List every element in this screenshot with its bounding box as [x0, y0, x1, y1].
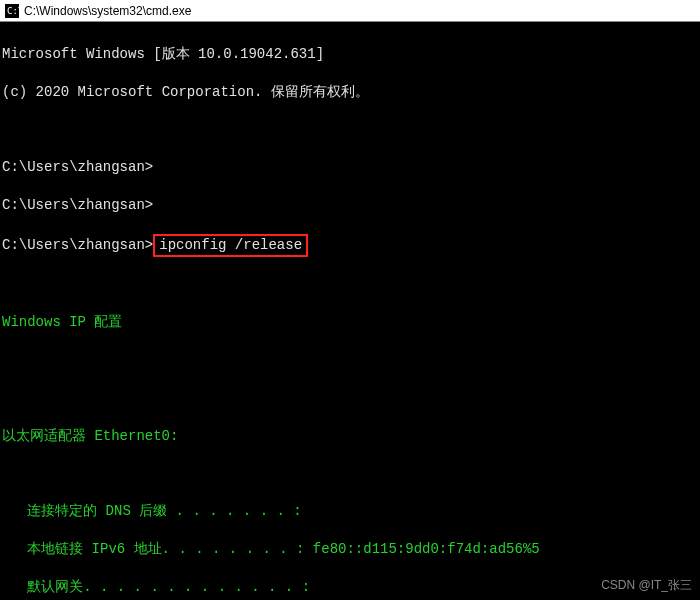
- prompt-line: C:\Users\zhangsan>: [2, 158, 698, 177]
- cmd1-text: ipconfig /release: [159, 237, 302, 253]
- release-ipv6: 本地链接 IPv6 地址. . . . . . . . : fe80::d115…: [2, 540, 698, 559]
- prompt: C:\Users\zhangsan>: [2, 237, 153, 253]
- titlebar: C:\ C:\Windows\system32\cmd.exe: [0, 0, 700, 22]
- prompt: C:\Users\zhangsan>: [2, 159, 153, 175]
- window-title: C:\Windows\system32\cmd.exe: [24, 4, 191, 18]
- release-gateway: 默认网关. . . . . . . . . . . . . :: [2, 578, 698, 597]
- ipv6-label: 本地链接 IPv6 地址. . . . . . . . :: [2, 541, 313, 557]
- blank-line: [2, 351, 698, 370]
- blank-line: [2, 389, 698, 408]
- ip-heading: Windows IP 配置: [2, 313, 698, 332]
- version-line: Microsoft Windows [版本 10.0.19042.631]: [2, 45, 698, 64]
- ipv6-value: fe80::d115:9dd0:f74d:ad56%5: [313, 541, 540, 557]
- blank-line: [2, 276, 698, 295]
- watermark: CSDN @IT_张三: [601, 577, 692, 594]
- blank-line: [2, 464, 698, 483]
- terminal-output[interactable]: Microsoft Windows [版本 10.0.19042.631] (c…: [0, 22, 700, 600]
- highlight-release: ipconfig /release: [153, 234, 308, 257]
- copyright-line: (c) 2020 Microsoft Corporation. 保留所有权利。: [2, 83, 698, 102]
- cmd-icon: C:\: [4, 3, 20, 19]
- cmd1-line: C:\Users\zhangsan>ipconfig /release: [2, 234, 698, 257]
- blank-line: [2, 120, 698, 139]
- prompt: C:\Users\zhangsan>: [2, 197, 153, 213]
- svg-text:C:\: C:\: [7, 6, 19, 16]
- adapter-heading: 以太网适配器 Ethernet0:: [2, 427, 698, 446]
- prompt-line: C:\Users\zhangsan>: [2, 196, 698, 215]
- release-dns: 连接特定的 DNS 后缀 . . . . . . . :: [2, 502, 698, 521]
